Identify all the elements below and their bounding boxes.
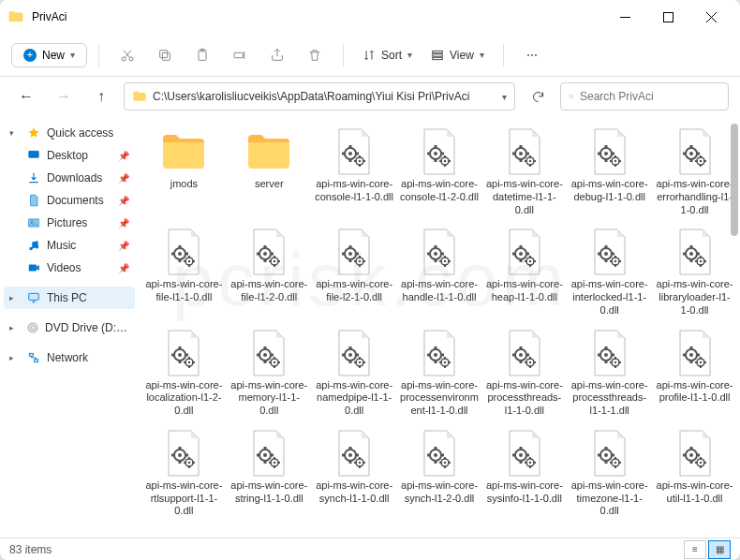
- svg-rect-120: [444, 256, 446, 258]
- search-input[interactable]: [580, 90, 720, 103]
- svg-rect-237: [171, 453, 175, 456]
- file-item[interactable]: api-ms-win-core-handle-l1-1-0.dll: [398, 224, 481, 320]
- dll-icon: [671, 329, 719, 377]
- file-item[interactable]: api-ms-win-core-file-l2-1-0.dll: [313, 224, 396, 320]
- svg-rect-50: [512, 153, 516, 155]
- sidebar-item-desktop[interactable]: Desktop📌: [4, 144, 135, 167]
- toolbar: + New ▾ Sort ▾ View ▾ ⋯: [0, 34, 740, 77]
- minimize-button[interactable]: [603, 0, 646, 34]
- close-button[interactable]: [689, 0, 733, 34]
- file-item[interactable]: api-ms-win-core-util-l1-1-0.dll: [653, 425, 736, 522]
- svg-point-91: [263, 252, 267, 256]
- sidebar-quick-access[interactable]: ▾ Quick access: [4, 122, 135, 144]
- address-box[interactable]: ▾: [124, 82, 515, 111]
- file-item[interactable]: api-ms-win-core-heap-l1-1-0.dll: [482, 224, 566, 320]
- file-item[interactable]: api-ms-win-core-interlocked-l1-1-0.dll: [568, 224, 651, 320]
- svg-rect-194: [440, 353, 444, 356]
- svg-rect-232: [695, 361, 698, 363]
- sidebar-dvd[interactable]: ▸ DVD Drive (D:) CCCC: [4, 317, 135, 339]
- file-label: api-ms-win-core-datetime-l1-1-0.dll: [485, 178, 564, 216]
- sidebar-item-music[interactable]: Music📌: [4, 234, 135, 257]
- file-item[interactable]: api-ms-win-core-libraryloader-l1-1-0.dll: [653, 224, 736, 320]
- details-view-button[interactable]: ≡: [684, 540, 706, 559]
- file-item[interactable]: api-ms-win-core-file-l1-2-0.dll: [228, 224, 311, 320]
- view-button[interactable]: View ▾: [423, 49, 492, 62]
- rename-button[interactable]: [223, 38, 257, 72]
- svg-rect-62: [611, 153, 614, 155]
- sort-button[interactable]: Sort ▾: [355, 49, 420, 62]
- sidebar-item-downloads[interactable]: Downloads📌: [4, 167, 135, 189]
- search-box[interactable]: [560, 82, 729, 111]
- svg-rect-27: [349, 158, 352, 162]
- sidebar-item-videos[interactable]: Videos📌: [4, 257, 135, 279]
- file-item[interactable]: api-ms-win-core-datetime-l1-1-0.dll: [482, 124, 566, 220]
- svg-point-157: [178, 353, 182, 357]
- file-item[interactable]: api-ms-win-core-errorhandling-l1-1-0.dll: [653, 124, 736, 220]
- file-item[interactable]: api-ms-win-core-processenvironment-l1-1-…: [398, 325, 481, 421]
- sidebar-this-pc[interactable]: ▸ This PC: [4, 287, 135, 309]
- folder-item[interactable]: server: [228, 124, 311, 220]
- file-item[interactable]: api-ms-win-core-synch-l1-2-0.dll: [398, 425, 481, 522]
- forward-button[interactable]: →: [49, 81, 79, 111]
- sidebar-network[interactable]: ▸ Network: [4, 346, 135, 369]
- svg-point-179: [348, 353, 352, 357]
- file-item[interactable]: api-ms-win-core-file-l1-1-0.dll: [142, 224, 226, 320]
- file-item[interactable]: api-ms-win-core-processthreads-l1-1-1.dl…: [568, 325, 651, 421]
- copy-button[interactable]: [148, 38, 182, 72]
- svg-rect-123: [448, 260, 451, 262]
- delete-button[interactable]: [298, 38, 332, 72]
- file-item[interactable]: api-ms-win-core-synch-l1-1-0.dll: [313, 425, 396, 522]
- svg-point-284: [529, 461, 532, 464]
- file-item[interactable]: api-ms-win-core-namedpipe-l1-1-0.dll: [313, 325, 396, 421]
- svg-rect-159: [179, 360, 182, 363]
- svg-rect-282: [525, 453, 529, 456]
- file-item[interactable]: api-ms-win-core-rtlsupport-l1-1-0.dll: [142, 425, 226, 522]
- file-item[interactable]: api-ms-win-core-sysinfo-l1-1-0.dll: [482, 425, 566, 522]
- maximize-button[interactable]: [646, 0, 689, 34]
- desktop-icon: [26, 148, 41, 163]
- file-item[interactable]: api-ms-win-core-debug-l1-1-0.dll: [568, 124, 651, 220]
- file-label: api-ms-win-core-heap-l1-1-0.dll: [485, 278, 564, 316]
- svg-rect-106: [355, 253, 359, 256]
- paste-button[interactable]: [185, 38, 219, 72]
- file-label: api-ms-win-core-synch-l1-1-0.dll: [315, 479, 393, 517]
- file-item[interactable]: api-ms-win-core-processthreads-l1-1-0.dl…: [482, 325, 566, 421]
- address-input[interactable]: [153, 90, 496, 103]
- cut-button[interactable]: [111, 38, 144, 72]
- chevron-right-icon: ▸: [9, 353, 21, 362]
- sidebar-item-pictures[interactable]: Pictures📌: [4, 212, 135, 234]
- svg-point-25: [348, 152, 352, 155]
- chevron-down-icon[interactable]: ▾: [502, 92, 507, 102]
- sidebar-item-documents[interactable]: Documents📌: [4, 189, 135, 212]
- svg-rect-71: [689, 158, 692, 162]
- file-item[interactable]: api-ms-win-core-localization-l1-2-0.dll: [142, 325, 226, 421]
- refresh-button[interactable]: [523, 81, 553, 111]
- sidebar-item-label: Downloads: [47, 171, 102, 184]
- back-button[interactable]: ←: [11, 81, 41, 111]
- more-button[interactable]: ⋯: [515, 38, 549, 72]
- svg-point-97: [274, 260, 276, 263]
- svg-rect-59: [604, 145, 607, 149]
- file-item[interactable]: api-ms-win-core-memory-l1-1-0.dll: [228, 325, 311, 421]
- file-label: api-ms-win-core-string-l1-1-0.dll: [229, 479, 308, 517]
- file-item[interactable]: api-ms-win-core-console-l1-2-0.dll: [398, 124, 481, 220]
- file-item[interactable]: api-ms-win-core-profile-l1-1-0.dll: [653, 325, 736, 421]
- pictures-icon: [26, 215, 41, 230]
- icons-view-button[interactable]: ▦: [708, 540, 731, 559]
- file-item[interactable]: api-ms-win-core-timezone-l1-1-0.dll: [568, 425, 651, 522]
- file-item[interactable]: api-ms-win-core-console-l1-1-0.dll: [313, 124, 396, 220]
- file-item[interactable]: api-ms-win-core-string-l1-1-0.dll: [228, 425, 311, 522]
- up-button[interactable]: ↑: [86, 81, 116, 111]
- svg-point-190: [434, 353, 437, 357]
- svg-rect-175: [274, 357, 275, 360]
- svg-rect-51: [525, 153, 529, 155]
- scrollbar-thumb[interactable]: [731, 124, 738, 236]
- share-button[interactable]: [260, 38, 294, 72]
- folder-item[interactable]: jmods: [142, 124, 226, 220]
- svg-rect-61: [598, 153, 601, 155]
- svg-rect-224: [689, 346, 692, 350]
- file-pane[interactable]: jmodsserverapi-ms-win-core-console-l1-1-…: [139, 116, 740, 538]
- svg-rect-45: [439, 160, 442, 162]
- new-button[interactable]: + New ▾: [11, 43, 87, 67]
- svg-rect-227: [696, 353, 700, 356]
